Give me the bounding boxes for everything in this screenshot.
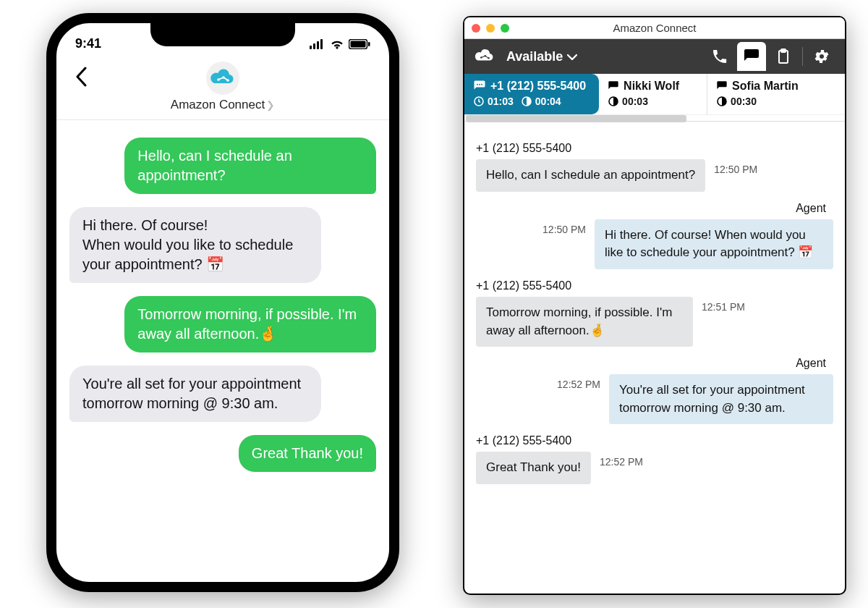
chat-bubble-sent: Tomorrow morning, if possible. I'm away … [124, 296, 376, 352]
chevron-down-icon [567, 49, 577, 64]
battery-icon [349, 39, 370, 49]
message-timestamp: 12:50 PM [714, 159, 757, 175]
phone-header-title-row[interactable]: Amazon Connect ❯ [69, 98, 376, 112]
svg-rect-14 [781, 49, 786, 52]
cellular-signal-icon [310, 39, 326, 49]
tasks-clipboard-icon[interactable] [769, 42, 798, 71]
chat-bubble-incoming: Great Thank you! [476, 452, 591, 484]
chat-bubble-icon [716, 80, 728, 92]
chat-bubble-received: You're all set for your appointment tomo… [69, 366, 321, 422]
conversation-tab[interactable]: +1 (212) 555-5400 01:03 00:04 [464, 74, 599, 114]
conversation-tab[interactable]: Sofia Martin 00:30 [707, 74, 816, 114]
tab-label: Sofia Martin [732, 80, 799, 93]
chat-icon[interactable] [737, 42, 766, 71]
tab-idle-time: 00:30 [731, 96, 757, 107]
tab-label: Nikki Wolf [624, 80, 679, 93]
conversation-tab[interactable]: Nikki Wolf 00:03 [599, 74, 707, 114]
chat-bubble-received: Hi there. Of course! When would you like… [69, 207, 321, 283]
agent-chat-log[interactable]: +1 (212) 555-5400 Hello, can I schedule … [464, 122, 845, 594]
phone-notch [150, 22, 295, 46]
message-sender: +1 (212) 555-5400 [476, 279, 833, 292]
message-timestamp: 12:52 PM [600, 452, 643, 468]
amazon-connect-logo-icon [206, 62, 239, 95]
svg-point-17 [481, 84, 482, 85]
half-circle-icon [521, 96, 532, 107]
phone-header-title: Amazon Connect [171, 98, 265, 112]
conversation-tabs: +1 (212) 555-5400 01:03 00:04 Nikki Wolf… [464, 74, 845, 114]
svg-rect-3 [320, 39, 323, 49]
agent-window: Amazon Connect Available [463, 16, 846, 595]
phone-icon[interactable] [705, 42, 734, 71]
clock-icon [473, 96, 485, 107]
chat-bubble-outgoing: Hi there. Of course! When would you like… [595, 219, 833, 269]
chat-bubble-sent: Hello, can I schedule an appointment? [124, 138, 376, 194]
svg-rect-1 [313, 43, 315, 49]
amazon-connect-logo-icon [473, 48, 496, 64]
chat-bubble-sent: Great Thank you! [239, 435, 376, 472]
chevron-right-icon: ❯ [266, 99, 275, 111]
message-sender: Agent [476, 357, 833, 370]
half-circle-icon [716, 96, 728, 107]
tabs-scrollbar[interactable] [464, 114, 845, 122]
chat-bubble-dots-icon [473, 80, 486, 93]
phone-device: 9:41 Amazon Connect [46, 13, 399, 592]
message-timestamp: 12:50 PM [542, 219, 586, 235]
message-sender: Agent [476, 202, 833, 215]
chat-bubble-outgoing: You're all set for your appointment tomo… [609, 374, 833, 424]
chat-bubble-icon [608, 80, 619, 92]
chat-bubble-incoming: Tomorrow morning, if possible. I'm away … [476, 297, 693, 347]
tab-clock-time: 01:03 [488, 96, 514, 107]
half-circle-icon [608, 96, 619, 107]
tab-idle-time: 00:03 [622, 96, 648, 107]
svg-point-15 [477, 84, 478, 85]
phone-header: Amazon Connect ❯ [56, 62, 389, 120]
status-time: 9:41 [75, 36, 101, 51]
svg-rect-2 [317, 41, 319, 49]
message-timestamp: 12:52 PM [557, 374, 600, 390]
message-sender: +1 (212) 555-5400 [476, 434, 833, 447]
agent-toolbar: Available [464, 39, 845, 74]
toolbar-separator [802, 47, 803, 66]
svg-point-16 [479, 84, 480, 85]
agent-status-dropdown[interactable]: Available [506, 49, 577, 64]
svg-rect-5 [351, 41, 366, 47]
message-timestamp: 12:51 PM [702, 297, 745, 313]
window-titlebar: Amazon Connect [464, 17, 845, 39]
back-button[interactable] [69, 64, 93, 93]
tab-idle-time: 00:04 [535, 96, 561, 107]
window-title: Amazon Connect [464, 22, 845, 34]
svg-rect-0 [310, 46, 312, 49]
wifi-icon [330, 39, 344, 49]
phone-chat-log[interactable]: Hello, can I schedule an appointment? Hi… [56, 120, 389, 489]
agent-status-label: Available [506, 49, 563, 64]
svg-rect-6 [368, 42, 370, 46]
chat-bubble-incoming: Hello, can I schedule an appointment? [476, 159, 705, 192]
message-sender: +1 (212) 555-5400 [476, 142, 833, 155]
tab-label: +1 (212) 555-5400 [490, 80, 586, 93]
settings-gear-icon[interactable] [807, 42, 836, 71]
